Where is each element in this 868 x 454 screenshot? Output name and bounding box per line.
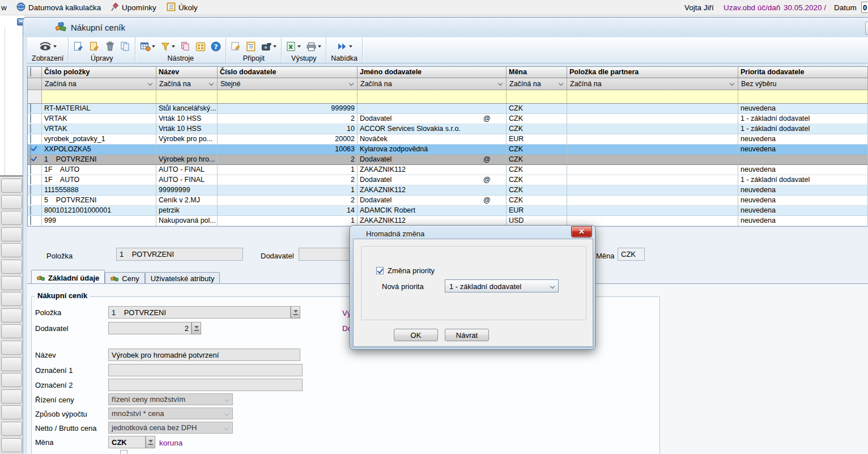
cell-supplier-number[interactable]: 2 [218, 175, 358, 185]
cell-priority[interactable] [738, 155, 868, 165]
table-row[interactable]: 1 POTVRZENIVýrobek pro hro...2Dodavatel@… [28, 155, 868, 165]
help-icon[interactable]: ? [211, 41, 221, 52]
cell-supplier-number[interactable]: 2 [218, 196, 358, 206]
table-row[interactable]: 111555888999999991ZAKAZNIK112CZKneuveden… [28, 185, 868, 196]
cell-item-number[interactable]: 80010121001000001 [42, 206, 156, 216]
row-checkbox[interactable] [30, 114, 31, 123]
cell-name[interactable]: Nakupovaná pol... [156, 216, 218, 226]
quickfilter-input[interactable] [507, 90, 567, 103]
tab-ceny[interactable]: Ceny [105, 272, 144, 284]
cell-supplier-number[interactable]: 10063 [218, 145, 358, 155]
dropdown-arrow-icon[interactable] [152, 45, 155, 48]
row-checkbox[interactable] [30, 175, 31, 184]
cell-priority[interactable]: neuvedena [738, 165, 868, 175]
cell-supplier-name[interactable]: ACCOR Services Slovakia s.r.o. [358, 124, 507, 134]
cell-currency[interactable]: CZK [507, 155, 567, 165]
copy-record-icon[interactable] [120, 41, 130, 52]
cell-supplier-number[interactable]: 2 [218, 114, 358, 124]
form-field-3[interactable] [108, 364, 303, 376]
collapsed-panel-button[interactable] [1, 324, 22, 338]
cell-priority[interactable]: neuvedena [738, 206, 868, 216]
cell-supplier-name[interactable]: Kylarova zodpovědná [358, 145, 507, 155]
menu-chevrons-icon[interactable] [337, 42, 352, 51]
cell-priority[interactable]: neuvedena [738, 216, 868, 226]
filter-icon[interactable] [160, 42, 175, 52]
cell-priority[interactable]: neuvedena [738, 145, 868, 155]
cell-name[interactable]: 99999999 [156, 185, 218, 196]
row-checkbox[interactable] [30, 124, 31, 133]
table-row[interactable]: 1F AUTOAUTO - FINAL2Dodavatel@CZK1 - zák… [28, 175, 868, 185]
collapsed-panel-button[interactable] [1, 389, 22, 404]
detail-currency-field[interactable]: CZK [618, 248, 645, 261]
new-record-icon[interactable] [73, 41, 84, 52]
form-select-5[interactable]: řízení ceny množstvím [108, 393, 233, 405]
column-header-0[interactable]: Číslo položky [42, 67, 156, 78]
cell-priority[interactable]: neuvedena [738, 134, 868, 145]
cell-name[interactable]: Vrták 10 HSS [156, 124, 218, 134]
close-icon[interactable]: ✕ [571, 226, 592, 237]
cell-name[interactable]: AUTO - FINAL [156, 175, 218, 185]
quickfilter-input[interactable] [738, 90, 868, 103]
cell-item-number[interactable]: VRTAK [42, 124, 156, 134]
cell-supplier-name[interactable]: ZAKAZNIK112 [358, 185, 507, 196]
select-all-checkbox[interactable] [30, 67, 31, 77]
collapsed-panel-button[interactable] [1, 211, 22, 225]
cell-priority[interactable]: 1 - základní dodavatel [738, 114, 868, 124]
cell-partner-item[interactable] [567, 124, 738, 134]
batch-change-icon[interactable] [140, 41, 155, 52]
collapsed-panel-button[interactable] [1, 292, 22, 306]
cell-currency[interactable]: CZK [507, 145, 567, 155]
cell-item-number[interactable]: 5 POTVRZENI [42, 196, 156, 206]
tab-zakladni-udaje[interactable]: Základní údaje [31, 270, 105, 284]
cell-priority[interactable]: neuvedena [738, 185, 868, 196]
collapsed-panel-button[interactable] [1, 179, 22, 193]
collapsed-panel-button[interactable] [1, 373, 22, 387]
cell-supplier-number[interactable]: 1 [218, 165, 358, 175]
cell-currency[interactable]: CZK [507, 124, 567, 134]
cell-supplier-name[interactable]: Dodavatel@ [358, 196, 507, 206]
filter-select-5[interactable]: Začíná na [567, 78, 738, 90]
cell-currency[interactable]: CZK [507, 114, 567, 124]
cell-currency[interactable]: CZK [507, 196, 567, 206]
lookup-button[interactable] [146, 436, 155, 448]
table-row[interactable]: RT-MATERIALStůl kancelářský...999999CZKn… [28, 104, 868, 114]
cell-currency[interactable]: CZK [507, 104, 567, 114]
partial-menu-item[interactable]: w [1, 2, 7, 13]
cell-item-number[interactable]: 1F AUTO [42, 175, 156, 185]
cell-partner-item[interactable] [567, 145, 738, 155]
collapsed-panel-button[interactable] [1, 260, 22, 274]
tab-uzivatelske-atributy[interactable]: Uživatelské atributy [145, 272, 220, 284]
cell-partner-item[interactable] [567, 185, 738, 196]
cell-supplier-name[interactable]: Dodavatel@ [358, 155, 507, 165]
cell-name[interactable]: Výrobek pro hro... [156, 155, 218, 165]
menu-item-ukoly[interactable]: Úkoly [167, 2, 198, 13]
cell-partner-item[interactable] [567, 165, 738, 175]
checklist-icon[interactable] [246, 41, 256, 52]
new-priority-select[interactable]: 1 - základní dodavatel [445, 279, 559, 292]
cell-supplier-name[interactable]: ZAKAZNIK112 [358, 165, 507, 175]
table-row[interactable]: vyrobek_potavky_1Výrobek pro po...20002N… [28, 134, 868, 145]
table-row[interactable]: VRTAKVrták 10 HSS10ACCOR Services Slovak… [28, 124, 868, 134]
cell-partner-item[interactable] [567, 134, 738, 145]
filter-select-2[interactable]: Stejné [218, 78, 358, 90]
column-header-4[interactable]: Měna [507, 67, 567, 78]
quickfilter-input[interactable] [358, 90, 507, 103]
dropdown-arrow-icon[interactable] [273, 45, 276, 48]
cell-currency[interactable]: CZK [507, 165, 567, 175]
cell-supplier-name[interactable] [358, 104, 507, 114]
table-row[interactable]: 5 POTVRZENICeník v 2.MJ2Dodavatel@CZKneu… [28, 196, 868, 206]
menu-item-upominky[interactable]: Upomínky [111, 2, 156, 13]
cell-supplier-number[interactable]: 1 [218, 216, 358, 226]
column-header-3[interactable]: Jméno dodavatele [358, 67, 507, 78]
cell-item-number[interactable]: 999 [42, 216, 156, 226]
form-field-2[interactable]: Výrobek pro hromadné potvrzení [108, 349, 300, 361]
window-titlebar[interactable]: Nákupní ceník [23, 18, 868, 37]
cell-supplier-name[interactable]: Nováček [358, 134, 507, 145]
cell-item-number[interactable]: XXPOLOZKA5 [42, 145, 156, 155]
cell-supplier-number[interactable]: 10 [218, 124, 358, 134]
collapsed-panel-button[interactable] [1, 308, 22, 323]
cell-name[interactable]: petrzik [156, 206, 218, 216]
filter-select-3[interactable]: Začíná na [358, 78, 507, 90]
cell-currency[interactable]: CZK [507, 175, 567, 185]
excel-export-icon[interactable] [286, 41, 301, 52]
